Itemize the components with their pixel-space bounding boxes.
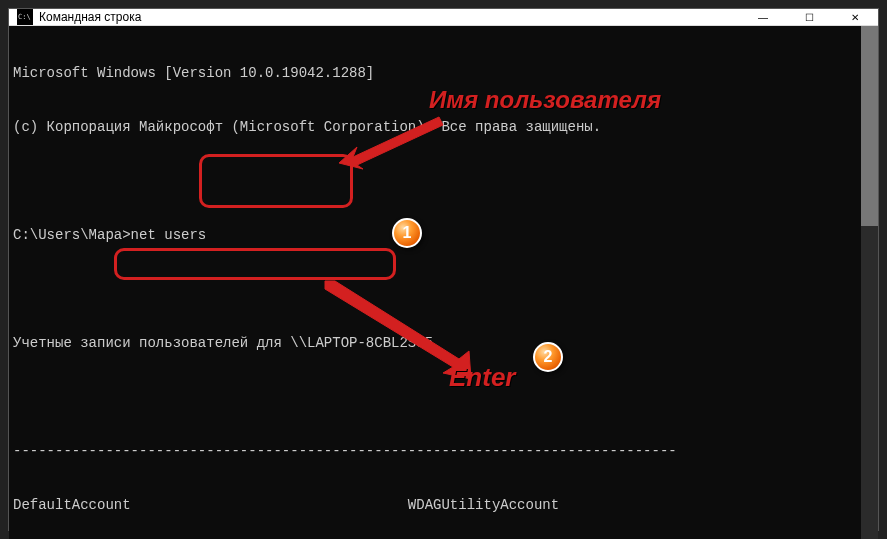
prompt-line: C:\Users\Мара>net users — [13, 226, 857, 244]
window-controls: — ☐ ✕ — [740, 9, 878, 25]
output-line: Microsoft Windows [Version 10.0.19042.12… — [13, 64, 857, 82]
output-line: (c) Корпорация Майкрософт (Microsoft Cor… — [13, 118, 857, 136]
cmd-window: Командная строка — ☐ ✕ Microsoft Windows… — [8, 8, 879, 531]
output-line: Учетные записи пользователей для \\LAPTO… — [13, 334, 857, 352]
output-line: DefaultAccount WDAGUtilityAccount — [13, 496, 857, 514]
output-line: ----------------------------------------… — [13, 442, 857, 460]
minimize-button[interactable]: — — [740, 9, 786, 25]
window-title: Командная строка — [39, 10, 740, 24]
cmd-icon — [17, 9, 33, 25]
output-line — [13, 172, 857, 190]
titlebar[interactable]: Командная строка — ☐ ✕ — [9, 9, 878, 26]
output-line — [13, 388, 857, 406]
maximize-button[interactable]: ☐ — [786, 9, 832, 25]
close-button[interactable]: ✕ — [832, 9, 878, 25]
terminal-output[interactable]: Microsoft Windows [Version 10.0.19042.12… — [9, 26, 861, 539]
scrollbar-thumb[interactable] — [861, 26, 878, 226]
output-line — [13, 280, 857, 298]
terminal-area: Microsoft Windows [Version 10.0.19042.12… — [9, 26, 878, 539]
vertical-scrollbar[interactable] — [861, 26, 878, 539]
